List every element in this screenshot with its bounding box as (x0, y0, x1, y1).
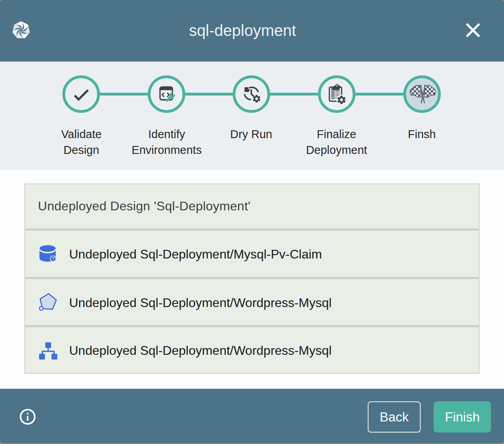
svg-text:?: ? (52, 257, 54, 261)
